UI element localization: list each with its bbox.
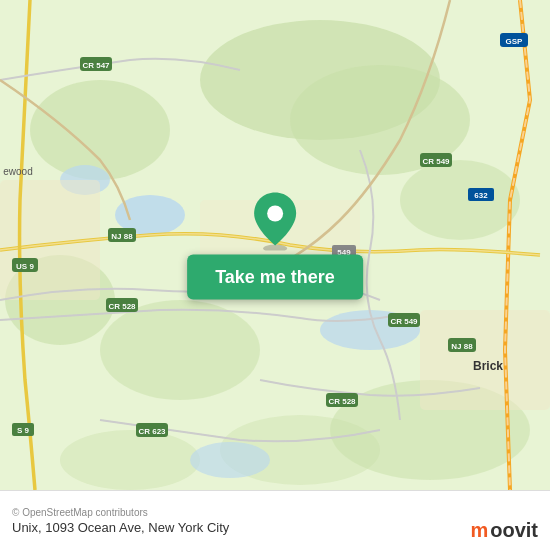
svg-point-4 xyxy=(100,300,260,400)
svg-text:US 9: US 9 xyxy=(16,262,34,271)
take-me-there-button[interactable]: Take me there xyxy=(187,255,363,300)
svg-text:ewood: ewood xyxy=(3,166,32,177)
svg-text:GSP: GSP xyxy=(506,37,524,46)
svg-point-9 xyxy=(60,430,200,490)
svg-text:CR 549: CR 549 xyxy=(422,157,450,166)
svg-point-48 xyxy=(267,206,283,222)
svg-text:S 9: S 9 xyxy=(17,426,30,435)
svg-text:CR 528: CR 528 xyxy=(328,397,356,406)
moovit-logo-rest: oovit xyxy=(490,519,538,542)
svg-text:CR 549: CR 549 xyxy=(390,317,418,326)
svg-text:CR 547: CR 547 xyxy=(82,61,110,70)
svg-text:CR 528: CR 528 xyxy=(108,302,136,311)
svg-point-2 xyxy=(30,80,170,180)
svg-text:Brick: Brick xyxy=(473,359,503,373)
svg-text:NJ 88: NJ 88 xyxy=(111,232,133,241)
svg-text:NJ 88: NJ 88 xyxy=(451,342,473,351)
svg-point-6 xyxy=(400,160,520,240)
svg-text:CR 623: CR 623 xyxy=(138,427,166,436)
bottom-bar: © OpenStreetMap contributors Unix, 1093 … xyxy=(0,490,550,550)
moovit-logo-text: m xyxy=(470,519,488,542)
svg-text:632: 632 xyxy=(474,191,488,200)
location-pin-icon xyxy=(245,191,305,251)
moovit-logo: moovit xyxy=(470,519,538,542)
svg-point-12 xyxy=(190,442,270,478)
cta-overlay: Take me there xyxy=(187,191,363,300)
map-container: CR 547 NJ 88 US 9 CR 528 CR 623 CR 549 5… xyxy=(0,0,550,490)
address-text: Unix, 1093 Ocean Ave, New York City xyxy=(12,520,538,535)
copyright-text: © OpenStreetMap contributors xyxy=(12,507,538,518)
